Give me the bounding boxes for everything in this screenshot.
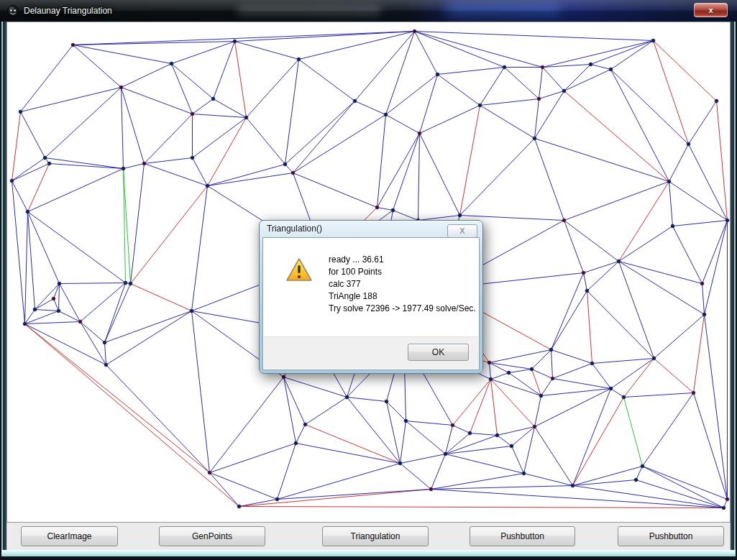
dialog-title: Triangulation() (267, 221, 322, 237)
dialog-body: ready ... 36.61 for 100 Points calc 377 … (262, 237, 480, 370)
triangulation-dialog: Triangulation() X ready ... 36.61 for 10… (259, 220, 483, 374)
clear-image-button[interactable]: ClearImage (21, 526, 118, 546)
message-line: calc 377 (329, 278, 476, 290)
gen-points-button[interactable]: GenPoints (159, 526, 265, 546)
dialog-close-icon[interactable]: X (447, 224, 477, 238)
glass-reflection (237, 6, 381, 16)
button-bar: ClearImage GenPoints Triangulation Pushb… (6, 523, 731, 550)
warning-icon (285, 257, 313, 283)
title-bar[interactable]: Delaunay Triangulation x (0, 0, 737, 22)
app-icon (6, 4, 19, 17)
ok-button[interactable]: OK (408, 344, 469, 361)
window-frame-edge (0, 556, 737, 560)
message-line: ready ... 36.61 (329, 254, 476, 266)
triangulation-button[interactable]: Triangulation (322, 526, 429, 546)
message-line: for 100 Points (329, 266, 476, 278)
window-title: Delaunay Triangulation (24, 0, 112, 22)
glass-reflection-blue (446, 3, 561, 17)
window-close-icon[interactable]: x (694, 3, 728, 17)
window-frame-left (0, 22, 6, 560)
message-line: TriAngle 188 (329, 290, 476, 303)
window-frame-right (731, 22, 737, 560)
pushbutton-1[interactable]: Pushbutton (470, 526, 575, 546)
dialog-message: ready ... 36.61 for 100 Points calc 377 … (329, 254, 476, 315)
pushbutton-2[interactable]: Pushbutton (618, 526, 724, 546)
window-frame-bottom (1, 550, 736, 556)
app-window: Delaunay Triangulation x ClearImage GenP… (0, 0, 737, 560)
dialog-footer: OK (264, 336, 478, 369)
message-line: Try solve 72396 -> 1977.49 solve/Sec. (329, 303, 476, 315)
